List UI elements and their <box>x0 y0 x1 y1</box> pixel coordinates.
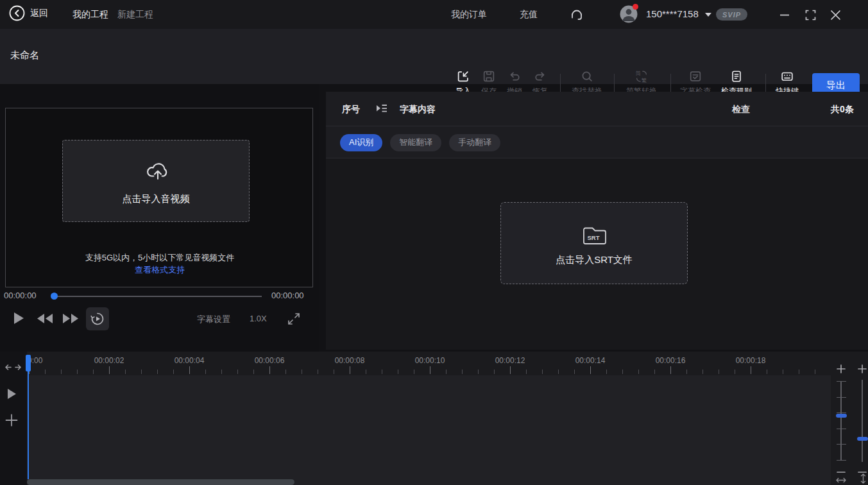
back-label: 返回 <box>30 8 48 19</box>
search-icon <box>568 69 606 85</box>
upload-media-title: 点击导入音视频 <box>63 193 249 205</box>
expand-icon <box>287 312 300 325</box>
redo-icon <box>525 69 556 85</box>
seek-bar[interactable] <box>54 296 262 297</box>
import-media-dropzone[interactable]: 点击导入音视频 <box>62 140 250 222</box>
avatar[interactable] <box>620 5 638 23</box>
video-preview-area: 点击导入音视频 支持5G以内，5小时以下常见音视频文件 查看格式支持 <box>5 108 313 287</box>
keyboard-icon <box>769 69 805 85</box>
timeline-track[interactable] <box>27 375 831 485</box>
subtitle-settings-button[interactable]: 字幕设置 <box>197 314 230 325</box>
close-button[interactable] <box>829 8 842 21</box>
nav-new-project[interactable]: 新建工程 <box>117 9 153 21</box>
subtitle-mode-tab[interactable]: 手动翻译 <box>449 134 500 151</box>
timeline-tick-label: 00:00:02 <box>94 356 124 365</box>
horizontal-scroll-icon[interactable] <box>4 362 22 374</box>
toolbar-divider <box>670 74 671 93</box>
hzoom-increase-button[interactable] <box>837 364 846 376</box>
subtitle-mode-tab[interactable]: AI识别 <box>340 134 382 151</box>
rewind-button[interactable] <box>37 313 53 327</box>
follow-playback-icon[interactable] <box>375 103 388 117</box>
toolbar-divider <box>765 74 766 93</box>
seek-handle[interactable] <box>51 293 58 300</box>
close-icon <box>830 10 841 21</box>
srt-icon-label: SRT <box>588 234 600 241</box>
maximize-icon <box>805 10 816 21</box>
subtitle-list-panel: 序号 字幕内容 检查 共0条 AI识别智能翻译手动翻译 SRT 点击导入SRT文… <box>326 92 868 350</box>
hzoom-slider-line <box>840 381 842 461</box>
rules-doc-icon <box>717 69 756 85</box>
subtitle-check-icon <box>676 69 715 85</box>
add-track-button[interactable] <box>5 414 18 429</box>
back-button[interactable]: 返回 <box>9 5 48 21</box>
srt-upload-title: 点击导入SRT文件 <box>501 254 687 266</box>
playhead-line <box>28 355 29 479</box>
video-player-panel: 点击导入音视频 支持5G以内，5小时以下常见音视频文件 查看格式支持 00:00… <box>0 84 319 352</box>
content-column-header: 字幕内容 <box>400 104 436 115</box>
timeline-tick-label: 00:00:10 <box>415 356 445 365</box>
nav-my-projects[interactable]: 我的工程 <box>72 9 108 21</box>
timeline-left-rail <box>0 352 27 485</box>
timeline-tick-label: 00:00:08 <box>335 356 365 365</box>
index-column-header: 序号 <box>342 104 360 115</box>
fullscreen-button[interactable] <box>287 312 300 328</box>
srt-folder-icon: SRT <box>582 226 608 246</box>
convert-chars-icon: 简 繁 <box>622 69 661 85</box>
my-orders-link[interactable]: 我的订单 <box>451 9 487 21</box>
check-action[interactable]: 检查 <box>732 104 750 115</box>
vzoom-increase-button[interactable] <box>858 364 867 376</box>
timeline-tick-label: 00:00:14 <box>575 356 606 365</box>
subtitle-editor-app: 返回 我的工程 新建工程 我的订单 充值 150****7158 SVIP <box>0 0 868 485</box>
timeline-tick-label: 00:00:06 <box>255 356 285 365</box>
subtitle-count: 共0条 <box>831 104 854 115</box>
cloud-upload-icon <box>145 158 171 184</box>
back-circle-icon <box>9 5 25 21</box>
playhead-handle[interactable] <box>26 355 31 371</box>
playback-speed-button[interactable]: 1.0X <box>250 314 267 323</box>
timeline-section: 0:00 00:00:0200:00:0400:00:0600:00:0800:… <box>0 352 868 485</box>
fast-forward-button[interactable] <box>62 313 79 327</box>
minimize-button[interactable] <box>778 8 791 21</box>
import-srt-dropzone[interactable]: SRT 点击导入SRT文件 <box>500 202 688 284</box>
notification-dot <box>633 4 638 10</box>
support-headset-icon[interactable] <box>568 6 585 25</box>
timeline-tick-label: 00:00:12 <box>495 356 525 365</box>
ruler-major-ticks <box>29 366 828 374</box>
top-bar: 返回 我的工程 新建工程 我的订单 充值 150****7158 SVIP <box>0 0 868 29</box>
project-title[interactable]: 未命名 <box>10 49 39 62</box>
account-number[interactable]: 150****7158 <box>646 8 699 19</box>
toolbar-divider <box>614 74 615 93</box>
timeline-tick-label: 00:00:18 <box>736 356 766 365</box>
svip-badge: SVIP <box>716 8 747 21</box>
current-time: 00:00:00 <box>4 291 37 300</box>
play-button[interactable] <box>13 312 24 327</box>
editor-toolbar: 未命名 导入 保存 撤销 <box>0 29 868 84</box>
vzoom-slider-track[interactable] <box>862 380 863 462</box>
subtitle-mode-tab[interactable]: 智能翻译 <box>390 134 441 151</box>
total-time: 00:00:00 <box>271 291 304 300</box>
timeline-horizontal-scrollbar[interactable] <box>27 479 294 485</box>
upload-hint: 支持5G以内，5小时以下常见音视频文件 <box>6 252 314 264</box>
timeline-tick-label: 00:00:16 <box>656 356 686 365</box>
vzoom-slider-handle[interactable] <box>857 437 868 441</box>
loop-play-button[interactable] <box>86 307 109 330</box>
vzoom-axis-icon <box>860 473 867 485</box>
hzoom-axis-icon <box>835 475 847 485</box>
minimize-icon <box>779 10 790 20</box>
toolbar-divider <box>560 74 561 93</box>
timeline-tick-label: 00:00:04 <box>174 356 205 365</box>
hzoom-slider-handle[interactable] <box>836 414 847 418</box>
svg-text:简: 简 <box>636 71 641 76</box>
recharge-link[interactable]: 充值 <box>520 9 538 21</box>
subtitle-mode-tabs: AI识别智能翻译手动翻译 <box>340 126 868 158</box>
format-support-link[interactable]: 查看格式支持 <box>6 264 314 276</box>
loop-play-icon <box>90 312 105 326</box>
maximize-button[interactable] <box>804 8 817 21</box>
timeline-play-button[interactable] <box>7 388 17 402</box>
chevron-down-icon[interactable] <box>705 13 711 17</box>
svg-text:繁: 繁 <box>642 78 647 83</box>
subtitle-list-header: 序号 字幕内容 检查 共0条 <box>326 92 868 126</box>
